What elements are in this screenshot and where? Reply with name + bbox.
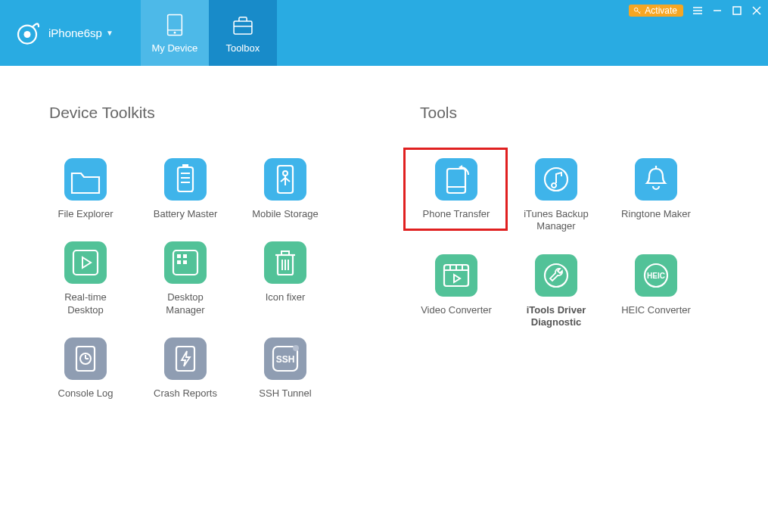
svg-point-3 — [173, 32, 176, 34]
minimize-button[interactable] — [712, 5, 723, 16]
tool-bolt-doc[interactable]: Crash Reports — [149, 338, 222, 400]
close-button[interactable] — [751, 5, 762, 16]
device-toolkits-grid: File ExplorerBattery MasterMobile Storag… — [49, 158, 367, 400]
tab-my-device[interactable]: My Device — [141, 0, 209, 66]
tool-phone-transfer[interactable]: Phone Transfer — [420, 158, 493, 220]
bell-icon — [635, 158, 677, 201]
caret-down-icon: ▼ — [106, 29, 113, 37]
grid-icon — [164, 241, 207, 284]
battery-icon — [164, 158, 207, 201]
play-icon — [64, 241, 107, 284]
tool-label: Phone Transfer — [423, 208, 490, 220]
tools-grid: Phone TransferiTunes Backup ManagerRingt… — [420, 158, 738, 328]
svg-point-1 — [24, 31, 31, 38]
tool-grid[interactable]: Desktop Manager — [149, 241, 222, 316]
film-icon — [435, 254, 477, 297]
tool-label: Mobile Storage — [252, 208, 318, 220]
tool-play[interactable]: Real-time Desktop — [49, 241, 122, 316]
nav-tabs: My Device Toolbox — [141, 0, 277, 66]
tool-heic[interactable]: HEIC Converter — [620, 254, 692, 316]
usb-icon — [264, 158, 306, 201]
brand-area: iPhone6sp ▼ — [0, 0, 113, 66]
tool-label: iTools Driver Diagnostic — [520, 304, 592, 329]
ssh-icon — [264, 338, 306, 380]
tool-label: iTunes Backup Manager — [520, 208, 592, 233]
tool-label: Desktop Manager — [149, 291, 222, 316]
tool-label: Battery Master — [154, 208, 218, 220]
tab-label: My Device — [151, 42, 197, 54]
tool-label: File Explorer — [58, 208, 113, 220]
tool-label: SSH Tunnel — [259, 387, 311, 400]
tool-label: Console Log — [58, 387, 113, 400]
toolbox-icon — [230, 12, 256, 38]
device-selector[interactable]: iPhone6sp ▼ — [48, 26, 113, 39]
window-controls: Activate — [629, 5, 762, 17]
tool-wrench-circle[interactable]: iTools Driver Diagnostic — [520, 254, 592, 329]
tool-label: Icon fixer — [266, 291, 306, 303]
key-icon — [633, 7, 642, 15]
tool-label: Video Converter — [421, 304, 492, 316]
tablet-icon — [162, 12, 188, 38]
tool-battery[interactable]: Battery Master — [149, 158, 222, 220]
tool-trash[interactable]: Icon fixer — [249, 241, 322, 303]
tab-toolbox[interactable]: Toolbox — [209, 0, 277, 66]
app-logo — [14, 20, 41, 47]
title-bar: iPhone6sp ▼ My Device Too — [0, 0, 768, 66]
tool-label: HEIC Converter — [621, 304, 691, 316]
tool-usb[interactable]: Mobile Storage — [249, 158, 322, 220]
wrench-circle-icon — [535, 254, 577, 297]
clock-doc-icon — [64, 338, 107, 380]
trash-icon — [264, 241, 306, 284]
svg-rect-5 — [234, 21, 252, 34]
section-title: Device Toolkits — [49, 104, 367, 122]
tool-label: Crash Reports — [154, 387, 217, 400]
svg-line-9 — [639, 11, 640, 12]
activate-button[interactable]: Activate — [629, 5, 683, 17]
folder-icon — [64, 158, 107, 201]
device-name: iPhone6sp — [48, 26, 102, 39]
section-title: Tools — [420, 104, 738, 122]
bolt-doc-icon — [164, 338, 207, 380]
tool-clock-doc[interactable]: Console Log — [49, 338, 122, 400]
menu-icon[interactable] — [692, 5, 703, 16]
svg-rect-14 — [733, 7, 741, 14]
phone-transfer-icon — [435, 158, 477, 201]
tool-label: Real-time Desktop — [49, 291, 122, 316]
tool-film[interactable]: Video Converter — [420, 254, 493, 316]
tool-ssh[interactable]: SSH Tunnel — [249, 338, 322, 400]
tab-label: Toolbox — [225, 42, 260, 54]
music-doc-icon — [535, 158, 577, 201]
content-area: Device Toolkits File ExplorerBattery Mas… — [0, 66, 768, 400]
tools-column: Tools Phone TransferiTunes Backup Manage… — [420, 104, 738, 400]
activate-label: Activate — [645, 5, 677, 16]
tool-bell[interactable]: Ringtone Maker — [620, 158, 692, 220]
tool-folder[interactable]: File Explorer — [49, 158, 122, 220]
device-toolkits-column: Device Toolkits File ExplorerBattery Mas… — [49, 104, 367, 400]
tool-music-doc[interactable]: iTunes Backup Manager — [520, 158, 592, 233]
maximize-button[interactable] — [732, 5, 742, 16]
heic-icon — [635, 254, 677, 297]
tool-label: Ringtone Maker — [621, 208, 691, 220]
